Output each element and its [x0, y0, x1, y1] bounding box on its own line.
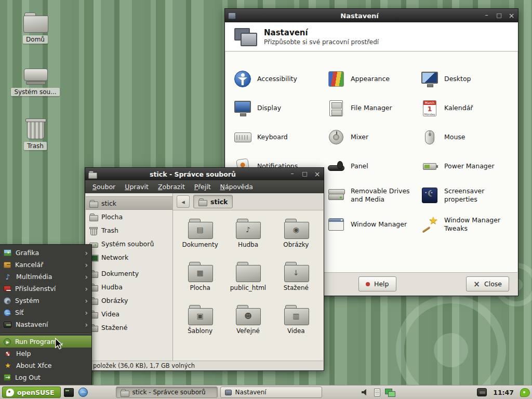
- menu-soubor[interactable]: Soubor: [88, 180, 120, 193]
- sidebar-item-plocha[interactable]: Plocha: [86, 210, 172, 223]
- back-button[interactable]: [177, 195, 190, 208]
- folder-icon: ▣: [188, 305, 212, 324]
- desktop-icon-trash[interactable]: Trash: [10, 118, 60, 150]
- sidebar-item-label: Network: [101, 254, 128, 261]
- menu-zobrazit[interactable]: Zobrazit: [153, 180, 190, 193]
- sidebar-item-obrazky[interactable]: Obrázky: [86, 294, 172, 307]
- folder-public-html[interactable]: public_html: [225, 262, 271, 305]
- folder-videa[interactable]: ▥ Videa: [273, 305, 319, 348]
- folder-obrazky[interactable]: ◉ Obrázky: [273, 219, 319, 262]
- menu-napoveda[interactable]: Nápověda: [216, 180, 258, 193]
- opensuse-emblem-core: [434, 333, 468, 367]
- settings-icon: [4, 322, 11, 328]
- menu-prejit[interactable]: Přejít: [190, 180, 216, 193]
- folder-sablony[interactable]: ▣ Šablony: [177, 305, 223, 348]
- sidebar-item-label: Trash: [101, 227, 118, 234]
- settings-item-accessibility[interactable]: Accessibility: [233, 64, 325, 94]
- menu-item-grafika[interactable]: Grafika: [0, 247, 91, 259]
- sidebar-item-videa[interactable]: Videa: [86, 307, 172, 321]
- sidebar-item-network[interactable]: Network: [86, 250, 172, 264]
- maximize-icon[interactable]: [496, 11, 502, 20]
- breadcrumb[interactable]: stick: [193, 195, 233, 208]
- settings-item-desktop[interactable]: Desktop: [420, 64, 512, 94]
- menu-item-multimedia[interactable]: Multimédia: [0, 271, 91, 283]
- settings-item-file-manager[interactable]: File Manager: [326, 94, 419, 123]
- menu-item-prislusenstvi[interactable]: Příslušenství: [0, 283, 91, 295]
- terminal-launcher[interactable]: [63, 387, 75, 398]
- menu-item-run-program[interactable]: Run Program...: [0, 336, 91, 348]
- settings-item-kalendar[interactable]: March 1 Monday Kalendář: [420, 94, 512, 123]
- menu-item-nastaveni[interactable]: Nastavení: [0, 318, 91, 330]
- close-button[interactable]: Close: [466, 276, 509, 291]
- home-folder-icon: [23, 12, 47, 32]
- settings-item-window-manager[interactable]: Window Manager: [326, 210, 419, 239]
- menu-item-system[interactable]: Systém: [0, 295, 91, 307]
- settings-item-removable-drives[interactable]: Removable Drives and Media: [326, 181, 419, 210]
- menu-item-label: About Xfce: [16, 362, 88, 369]
- volume-icon[interactable]: [362, 389, 369, 396]
- menu-item-log-out[interactable]: Log Out: [0, 371, 91, 383]
- folder-app-icon: [88, 170, 97, 178]
- minimize-icon[interactable]: [483, 11, 490, 20]
- desktop-icon-filesystem[interactable]: Systém sou...: [10, 65, 60, 96]
- run-icon: [4, 338, 11, 345]
- menu-item-label: Příslušenství: [15, 285, 81, 292]
- settings-item-window-manager-tweaks[interactable]: Window Manager Tweaks: [420, 210, 512, 239]
- folder-plocha[interactable]: ▦ Plocha: [177, 262, 223, 305]
- settings-item-keyboard[interactable]: Keyboard: [233, 123, 325, 152]
- sidebar-item-stazene[interactable]: Stažené: [86, 321, 172, 334]
- task-button-file-manager[interactable]: stick - Správce souborů: [116, 387, 218, 398]
- desktop-icon-label: Systém sou...: [11, 88, 59, 96]
- calendar-month: March: [423, 101, 436, 105]
- sidebar-item-label: Systém souborů: [101, 240, 154, 248]
- opensuse-updater-icon[interactable]: [520, 388, 530, 397]
- tray-indicator-icon[interactable]: [477, 388, 487, 396]
- settings-item-power-manager[interactable]: Power Manager: [420, 152, 512, 181]
- sidebar-item-trash[interactable]: Trash: [86, 223, 172, 237]
- menu-upravit[interactable]: Upravit: [120, 180, 153, 193]
- menu-item-kancelar[interactable]: Kancelář: [0, 259, 91, 271]
- settings-item-panel[interactable]: Panel: [326, 152, 419, 181]
- menu-item-help[interactable]: Help: [0, 348, 91, 360]
- desktop-icon-home[interactable]: Domů: [10, 12, 60, 44]
- settings-item-mouse[interactable]: Mouse: [420, 123, 512, 152]
- file-manager-icon: [329, 100, 343, 116]
- maximize-icon[interactable]: [301, 170, 308, 178]
- settings-titlebar[interactable]: Nastavení: [225, 9, 518, 22]
- menu-item-label: Síť: [15, 309, 81, 316]
- folder-stazene[interactable]: ↓ Stažené: [273, 262, 319, 305]
- sidebar-item-hudba[interactable]: Hudba: [86, 280, 172, 294]
- menu-item-sit[interactable]: Síť: [0, 307, 91, 318]
- menu-item-label: Grafika: [16, 249, 81, 257]
- folder-hudba[interactable]: ♪ Hudba: [225, 219, 271, 262]
- settings-item-label: Removable Drives and Media: [351, 187, 419, 203]
- browser-launcher[interactable]: [77, 387, 89, 398]
- minimize-icon[interactable]: [289, 170, 296, 178]
- opensuse-menu-button[interactable]: openSUSE: [2, 387, 61, 398]
- settings-item-mixer[interactable]: Mixer: [326, 123, 419, 152]
- sidebar-item-label: Obrázky: [101, 297, 128, 304]
- folder-glyph: ♪: [236, 225, 260, 234]
- network-status-icon[interactable]: [385, 389, 395, 396]
- folder-label: Veřejné: [236, 327, 260, 335]
- close-icon[interactable]: [314, 170, 321, 178]
- task-button-settings[interactable]: Nastavení: [220, 387, 322, 398]
- clipboard-icon[interactable]: [374, 389, 380, 396]
- folder-verejne[interactable]: ☻ Veřejné: [225, 305, 271, 348]
- settings-item-display[interactable]: Display: [233, 94, 325, 123]
- sidebar-item-label: Plocha: [101, 213, 123, 221]
- clock[interactable]: 11:47: [489, 389, 517, 396]
- folder-glyph: ↓: [284, 269, 308, 277]
- sidebar-item-filesystem[interactable]: Systém souborů: [86, 237, 172, 250]
- sidebar-item-stick[interactable]: stick: [86, 196, 172, 210]
- help-button[interactable]: Help: [358, 276, 396, 291]
- folder-dokumenty[interactable]: ▤ Dokumenty: [177, 219, 223, 262]
- close-icon[interactable]: [508, 11, 515, 20]
- sidebar-item-dokumenty[interactable]: Dokumenty: [86, 267, 172, 280]
- menu-item-about-xfce[interactable]: About Xfce: [0, 360, 91, 371]
- folder-glyph: ▣: [188, 312, 212, 320]
- settings-item-appearance[interactable]: Appearance: [326, 64, 419, 94]
- folder-label: Dokumenty: [182, 241, 218, 248]
- file-manager-titlebar[interactable]: stick - Správce souborů: [85, 168, 324, 180]
- settings-item-screensaver[interactable]: Screensaver properties: [420, 181, 512, 210]
